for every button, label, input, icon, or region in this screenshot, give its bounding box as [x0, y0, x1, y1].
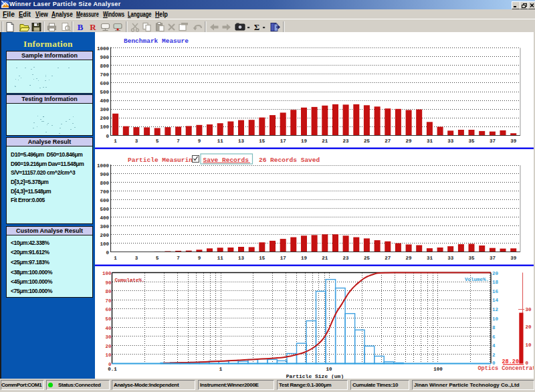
svg-text:7: 7	[177, 138, 180, 144]
svg-text:15: 15	[259, 256, 265, 261]
svg-text:100: 100	[100, 124, 109, 130]
svg-text:800: 800	[100, 64, 109, 69]
svg-text:16: 16	[492, 289, 499, 294]
svg-text:9: 9	[198, 138, 201, 144]
svg-text:4: 4	[492, 343, 496, 349]
svg-text:200: 200	[100, 116, 109, 121]
svg-text:33: 33	[447, 138, 454, 144]
svg-text:600: 600	[100, 198, 109, 203]
svg-text:0: 0	[106, 250, 109, 256]
svg-text:90: 90	[105, 280, 112, 286]
svg-text:15: 15	[259, 138, 265, 144]
svg-text:Particle Measurin: Particle Measurin	[128, 157, 193, 164]
svg-text:17: 17	[280, 256, 286, 261]
svg-text:1000: 1000	[97, 163, 110, 169]
svg-text:Benchmark Measure: Benchmark Measure	[124, 37, 189, 45]
svg-text:7: 7	[177, 256, 180, 261]
svg-text:100: 100	[433, 367, 443, 372]
svg-text:100: 100	[102, 271, 112, 276]
svg-text:500: 500	[100, 90, 109, 95]
svg-text:35: 35	[468, 256, 475, 261]
svg-text:6: 6	[492, 334, 496, 340]
svg-text:37: 37	[490, 138, 496, 144]
svg-text:33: 33	[447, 256, 454, 261]
svg-text:10: 10	[326, 367, 332, 372]
svg-text:12: 12	[492, 307, 499, 312]
svg-text:19: 19	[301, 138, 308, 144]
svg-text:60: 60	[105, 307, 112, 312]
svg-text:Optics Concentration: Optics Concentration	[478, 365, 534, 372]
svg-text:5: 5	[156, 256, 159, 261]
svg-text:900: 900	[100, 55, 109, 60]
svg-text:300: 300	[100, 224, 109, 229]
svg-text:10: 10	[105, 353, 112, 358]
svg-text:900: 900	[100, 172, 109, 177]
svg-text:10: 10	[492, 316, 499, 322]
svg-text:39: 39	[510, 138, 517, 144]
svg-text:11: 11	[217, 256, 224, 261]
svg-text:27: 27	[385, 256, 391, 261]
svg-text:20: 20	[492, 271, 499, 276]
svg-text:9: 9	[198, 256, 201, 261]
svg-text:14: 14	[492, 298, 499, 303]
svg-text:2: 2	[492, 353, 496, 358]
svg-text:23: 23	[343, 138, 350, 144]
svg-text:200: 200	[100, 233, 109, 238]
svg-text:300: 300	[100, 107, 109, 112]
svg-text:18: 18	[492, 280, 499, 285]
svg-text:0.1: 0.1	[108, 367, 117, 372]
svg-text:17: 17	[280, 138, 286, 144]
svg-text:80: 80	[105, 289, 112, 294]
svg-text:50: 50	[105, 316, 112, 322]
svg-text:500: 500	[100, 207, 109, 212]
svg-text:21: 21	[322, 256, 328, 261]
svg-text:20: 20	[105, 344, 112, 349]
svg-text:3: 3	[135, 256, 138, 261]
svg-text:30: 30	[105, 334, 112, 340]
svg-text:R: R	[90, 22, 96, 32]
svg-text:25: 25	[364, 138, 370, 144]
svg-text:10: 10	[526, 342, 532, 348]
svg-text:25: 25	[364, 256, 370, 261]
svg-text:27: 27	[385, 138, 391, 144]
svg-text:800: 800	[100, 181, 109, 186]
svg-text:600: 600	[100, 81, 109, 86]
svg-text:700: 700	[100, 189, 109, 195]
svg-text:1: 1	[114, 138, 117, 144]
svg-text:13: 13	[238, 256, 245, 261]
svg-text:26 Records Saved: 26 Records Saved	[259, 157, 320, 164]
svg-text:700: 700	[100, 72, 109, 78]
svg-text:19: 19	[301, 256, 308, 261]
svg-text:35: 35	[468, 138, 475, 144]
svg-text:1: 1	[114, 256, 117, 261]
svg-text:37: 37	[490, 256, 496, 261]
svg-text:3: 3	[135, 138, 138, 144]
svg-text:29: 29	[406, 256, 413, 261]
svg-text:29: 29	[406, 138, 413, 144]
svg-text:70: 70	[105, 298, 112, 304]
svg-text:100: 100	[100, 241, 109, 247]
svg-text:13: 13	[238, 138, 245, 144]
svg-text:Particle Size (um): Particle Size (um)	[286, 373, 344, 379]
svg-text:31: 31	[427, 138, 433, 144]
svg-text:400: 400	[100, 215, 109, 221]
svg-text:21: 21	[322, 138, 328, 144]
svg-text:1000: 1000	[97, 46, 110, 52]
svg-text:20: 20	[526, 324, 532, 330]
svg-text:39: 39	[510, 256, 517, 261]
svg-text:Volume%.: Volume%.	[465, 277, 489, 282]
svg-text:40: 40	[105, 326, 112, 331]
svg-text:31: 31	[427, 256, 433, 261]
svg-text:Cumulate%.: Cumulate%.	[115, 278, 145, 283]
svg-text:1: 1	[219, 367, 223, 372]
svg-text:30: 30	[526, 307, 532, 312]
svg-text:400: 400	[100, 98, 109, 104]
svg-text:23: 23	[343, 256, 350, 261]
svg-text:11: 11	[217, 138, 224, 144]
svg-text:5: 5	[156, 138, 159, 144]
svg-text:Σ: Σ	[254, 22, 260, 32]
svg-text:0: 0	[106, 134, 109, 139]
svg-text:8: 8	[492, 325, 496, 330]
svg-text:B: B	[78, 22, 84, 32]
